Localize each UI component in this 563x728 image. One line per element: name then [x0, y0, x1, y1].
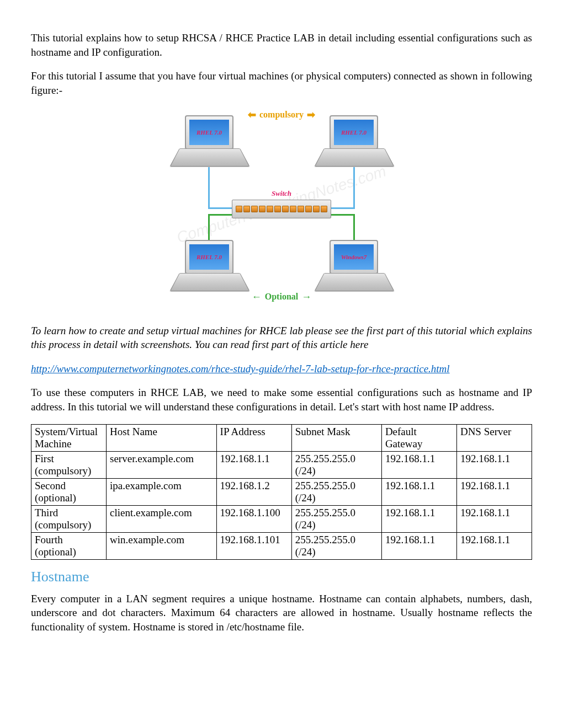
th-system: System/Virtual Machine	[31, 424, 107, 451]
after-link-paragraph: To use these computers in RHCE LAB, we n…	[31, 386, 532, 414]
cell-hostname: win.example.com	[107, 532, 217, 559]
intro-paragraph-2: For this tutorial I assume that you have…	[31, 69, 532, 97]
heading-hostname: Hostname	[31, 569, 532, 585]
cell-dns: 192.168.1.1	[456, 451, 532, 478]
table-row: Fourth (optional) win.example.com 192.16…	[31, 532, 532, 559]
cell-ip: 192.168.1.100	[216, 505, 291, 532]
arrow-right-icon: ➡	[307, 110, 315, 120]
cell-system: Fourth (optional)	[31, 532, 107, 559]
cell-subnet: 255.255.255.0 (/24)	[291, 505, 381, 532]
laptop-top-right: RHEL 7.0	[324, 115, 384, 166]
wire-bottom-left-h	[208, 214, 232, 216]
laptop-br-label: Windows7	[334, 244, 374, 270]
hostname-body-paragraph: Every computer in a LAN segment requires…	[31, 592, 532, 634]
intro-paragraph-1: This tutorial explains how to setup RHCS…	[31, 31, 532, 59]
label-compulsory: ⬅ compulsory ➡	[248, 110, 315, 120]
cell-subnet: 255.255.255.0 (/24)	[291, 478, 381, 505]
table-row: Third (compulsory) client.example.com 19…	[31, 505, 532, 532]
cell-hostname: client.example.com	[107, 505, 217, 532]
cell-gateway: 192.168.1.1	[381, 451, 456, 478]
optional-text: Optional	[265, 292, 298, 302]
laptop-tl-label: RHEL 7.0	[189, 120, 229, 145]
table-row: First (compulsory) server.example.com 19…	[31, 451, 532, 478]
cell-system: Third (compulsory)	[31, 505, 107, 532]
cell-ip: 192.168.1.1	[216, 451, 291, 478]
cell-ip: 192.168.1.101	[216, 532, 291, 559]
network-diagram-container: ⬅ compulsory ➡ ComputerNetworkingNotes.c…	[31, 108, 532, 302]
network-config-table: System/Virtual Machine Host Name IP Addr…	[31, 424, 532, 560]
laptop-bottom-right: Windows7	[324, 240, 384, 291]
cell-gateway: 192.168.1.1	[381, 478, 456, 505]
switch-label: Switch	[272, 189, 291, 198]
cell-gateway: 192.168.1.1	[381, 505, 456, 532]
cell-gateway: 192.168.1.1	[381, 532, 456, 559]
th-gateway: Default Gateway	[381, 424, 456, 451]
cell-hostname: ipa.example.com	[107, 478, 217, 505]
cell-subnet: 255.255.255.0 (/24)	[291, 532, 381, 559]
wire-top-left-v	[208, 167, 210, 209]
tutorial-link-paragraph: http://www.computernetworkingnotes.com/r…	[31, 362, 532, 376]
label-optional: ← Optional →	[252, 292, 311, 302]
table-row: Second (optional) ipa.example.com 192.16…	[31, 478, 532, 505]
arrow-left-icon: ⬅	[248, 110, 256, 120]
wire-top-left-h	[208, 207, 232, 209]
cell-hostname: server.example.com	[107, 451, 217, 478]
cell-subnet: 255.255.255.0 (/24)	[291, 451, 381, 478]
tutorial-link[interactable]: http://www.computernetworkingnotes.com/r…	[31, 363, 450, 374]
th-dns: DNS Server	[456, 424, 532, 451]
th-ip: IP Address	[216, 424, 291, 451]
compulsory-text: compulsory	[259, 110, 304, 120]
wire-top-right-v	[353, 167, 355, 209]
italic-note-paragraph: To learn how to create and setup virtual…	[31, 324, 532, 352]
cell-system: Second (optional)	[31, 478, 107, 505]
wire-top-right-h	[331, 207, 355, 209]
th-hostname: Host Name	[107, 424, 217, 451]
laptop-bl-label: RHEL 7.0	[189, 244, 229, 270]
cell-dns: 192.168.1.1	[456, 532, 532, 559]
cell-system: First (compulsory)	[31, 451, 107, 478]
cell-dns: 192.168.1.1	[456, 505, 532, 532]
cell-ip: 192.168.1.2	[216, 478, 291, 505]
table-header-row: System/Virtual Machine Host Name IP Addr…	[31, 424, 532, 451]
arrow-left-green-icon: ←	[252, 292, 262, 302]
wire-bottom-right-h	[331, 214, 355, 216]
cell-dns: 192.168.1.1	[456, 478, 532, 505]
laptop-tr-label: RHEL 7.0	[334, 120, 374, 145]
network-diagram: ⬅ compulsory ➡ ComputerNetworkingNotes.c…	[177, 108, 386, 302]
laptop-top-left: RHEL 7.0	[179, 115, 239, 166]
laptop-bottom-left: RHEL 7.0	[179, 240, 239, 291]
arrow-right-green-icon: →	[301, 292, 311, 302]
th-subnet: Subnet Mask	[291, 424, 381, 451]
network-switch-icon	[232, 200, 331, 218]
